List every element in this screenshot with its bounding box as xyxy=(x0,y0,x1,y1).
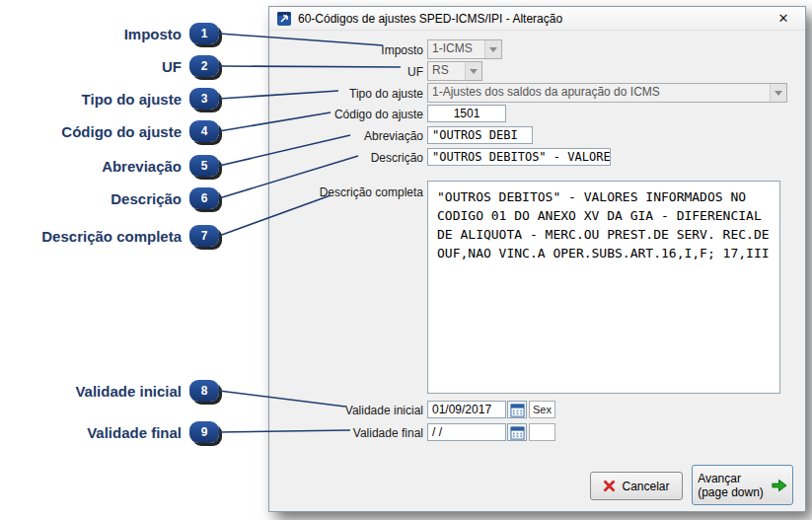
tipo-do-ajuste-label: Tipo do ajuste xyxy=(269,87,423,101)
codigo-do-ajuste-label: Código do ajuste xyxy=(269,108,423,121)
annotation-imposto: Imposto 1 xyxy=(0,22,219,45)
validade-inicial-input[interactable]: 01/09/2017 xyxy=(427,401,506,418)
annotation-label: Validade inicial xyxy=(75,383,182,400)
chevron-down-icon[interactable] xyxy=(770,84,786,102)
annotation-badge-3: 3 xyxy=(189,88,219,110)
annotation-label: UF xyxy=(162,58,182,75)
annotation-tipo-do-ajuste: Tipo do ajuste 3 xyxy=(0,87,219,111)
annotation-badge-4: 4 xyxy=(189,120,219,142)
screenshot-stage: Imposto 1 UF 2 Tipo do ajuste 3 Código d… xyxy=(0,0,812,520)
annotation-descricao-completa: Descrição completa 7 xyxy=(0,224,219,248)
annotation-descricao: Descrição 6 xyxy=(0,186,219,210)
annotation-label: Tipo do ajuste xyxy=(82,91,182,108)
annotation-label: Validade final xyxy=(87,424,182,441)
tipo-do-ajuste-select[interactable]: 1-Ajustes dos saldos da apuração do ICMS xyxy=(427,83,787,103)
annotation-label: Código do ajuste xyxy=(61,123,182,140)
annotation-badge-5: 5 xyxy=(189,155,219,177)
annotation-badge-7: 7 xyxy=(189,225,219,247)
abreviacao-label: Abreviação xyxy=(269,129,423,143)
annotation-uf: UF 2 xyxy=(0,54,219,78)
imposto-value: 1-ICMS xyxy=(428,40,484,58)
descricao-completa-label: Descrição completa xyxy=(269,186,423,199)
codigo-do-ajuste-input[interactable]: 1501 xyxy=(427,105,506,122)
dialog-title: 60-Códigos de ajustes SPED-ICMS/IPI - Al… xyxy=(298,12,562,26)
annotation-label: Imposto xyxy=(124,26,182,42)
validade-final-label: Validade final xyxy=(269,426,423,440)
close-icon[interactable]: ✕ xyxy=(769,11,798,26)
validade-final-input[interactable]: / / xyxy=(427,423,506,441)
annotation-codigo-do-ajuste: Código do ajuste 4 xyxy=(0,119,219,143)
uf-select[interactable]: RS xyxy=(427,61,482,81)
cancelar-button[interactable]: Cancelar xyxy=(590,472,683,500)
avancar-button-label: Avançar (page down) xyxy=(698,472,764,499)
annotation-badge-1: 1 xyxy=(189,23,219,44)
dialog-window: 60-Códigos de ajustes SPED-ICMS/IPI - Al… xyxy=(268,6,806,512)
calendar-icon[interactable] xyxy=(507,423,527,441)
app-icon xyxy=(276,11,292,27)
imposto-select[interactable]: 1-ICMS xyxy=(427,39,502,59)
uf-value: RS xyxy=(428,62,465,80)
validade-inicial-label: Validade inicial xyxy=(269,404,423,417)
descricao-input[interactable]: "OUTROS DEBITOS" - VALORES INFOR xyxy=(427,148,611,166)
annotation-label: Descrição completa xyxy=(41,228,182,245)
abreviacao-input[interactable]: "OUTROS DEBI xyxy=(427,126,533,144)
annotation-label: Abreviação xyxy=(102,158,182,175)
annotation-badge-9: 9 xyxy=(189,421,219,443)
descricao-completa-textarea[interactable]: "OUTROS DEBITOS" - VALORES INFORMADOS NO… xyxy=(427,181,780,394)
annotation-badge-8: 8 xyxy=(189,380,219,402)
tipo-do-ajuste-value: 1-Ajustes dos saldos da apuração do ICMS xyxy=(428,84,770,102)
validade-final-weekday xyxy=(529,423,555,441)
annotation-validade-final: Validade final 9 xyxy=(0,420,219,444)
chevron-down-icon[interactable] xyxy=(465,62,481,80)
annotation-badge-2: 2 xyxy=(189,55,219,77)
dialog-titlebar: 60-Códigos de ajustes SPED-ICMS/IPI - Al… xyxy=(269,7,805,31)
green-arrow-right-icon xyxy=(771,479,787,492)
red-x-icon xyxy=(603,480,616,492)
uf-label: UF xyxy=(269,65,423,79)
validade-inicial-weekday: Sex xyxy=(529,401,555,418)
chevron-down-icon[interactable] xyxy=(484,40,501,58)
annotation-badge-6: 6 xyxy=(189,187,219,209)
descricao-label: Descrição xyxy=(269,151,423,165)
annotation-label: Descrição xyxy=(111,190,182,207)
annotation-abreviacao: Abreviação 5 xyxy=(0,154,219,178)
calendar-icon[interactable] xyxy=(507,401,527,418)
avancar-button[interactable]: Avançar (page down) xyxy=(692,465,793,505)
annotation-validade-inicial: Validade inicial 8 xyxy=(0,379,219,403)
cancelar-button-label: Cancelar xyxy=(622,480,669,493)
imposto-label: Imposto xyxy=(269,43,423,57)
